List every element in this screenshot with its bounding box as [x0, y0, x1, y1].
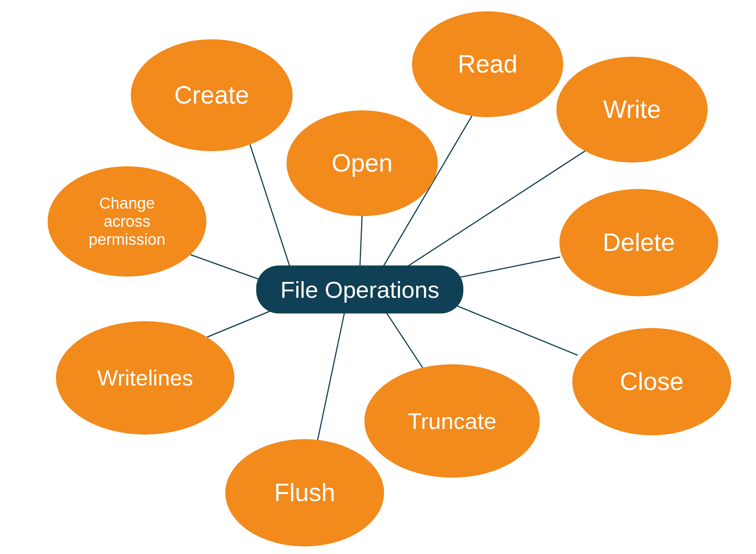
node-writelines: Writelines	[56, 321, 234, 435]
node-label-write: Write	[603, 95, 661, 124]
connector-close	[448, 302, 578, 355]
node-label-create: Create	[174, 81, 249, 110]
center-node-file-operations: File Operations	[256, 266, 463, 314]
node-close: Close	[572, 328, 731, 435]
node-label-delete: Delete	[603, 228, 675, 257]
diagram-stage: File Operations CreateOpenReadWriteChang…	[0, 0, 756, 554]
node-label-truncate: Truncate	[408, 408, 497, 434]
node-label-read: Read	[458, 50, 517, 79]
node-label-change: Change across permission	[88, 194, 165, 249]
node-flush: Flush	[225, 439, 384, 546]
node-change: Change across permission	[48, 166, 206, 277]
node-open: Open	[287, 110, 438, 216]
node-label-writelines: Writelines	[97, 365, 193, 391]
connector-open	[360, 215, 362, 268]
node-truncate: Truncate	[364, 364, 540, 478]
connector-flush	[318, 311, 345, 441]
node-label-open: Open	[332, 149, 392, 178]
node-delete: Delete	[559, 189, 718, 296]
node-label-close: Close	[620, 367, 684, 396]
connector-truncate	[386, 311, 423, 369]
node-label-flush: Flush	[274, 478, 335, 507]
connector-create	[249, 143, 292, 273]
node-create: Create	[131, 39, 293, 151]
node-read: Read	[412, 11, 563, 117]
node-write: Write	[556, 57, 708, 162]
connector-delete	[448, 257, 560, 280]
